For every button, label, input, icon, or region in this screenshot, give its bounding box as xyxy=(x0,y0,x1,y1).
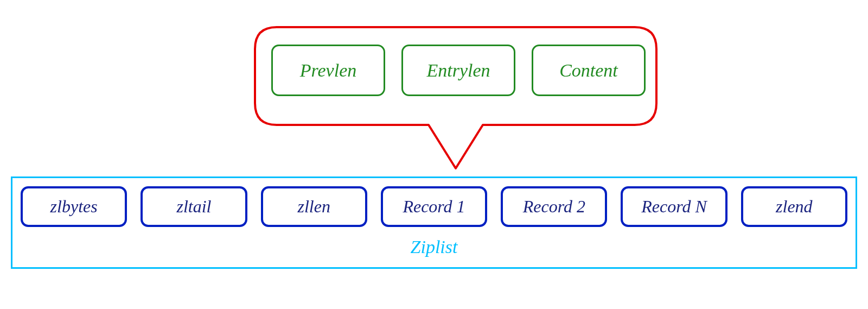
ziplist-item-label: zlbytes xyxy=(50,197,98,217)
ziplist-item-record-n: Record N xyxy=(621,186,727,227)
record-detail-callout: Prevlen Entrylen Content xyxy=(250,22,662,174)
callout-item-label: Entrylen xyxy=(426,60,490,81)
ziplist-item-label: zllen xyxy=(298,197,330,217)
ziplist-item-zlend: zlend xyxy=(741,186,847,227)
ziplist-item-zlbytes: zlbytes xyxy=(21,186,127,227)
callout-item-label: Content xyxy=(559,60,618,81)
ziplist-container: zlbytes zltail zllen Record 1 Record 2 R… xyxy=(11,176,857,269)
ziplist-item-label: zltail xyxy=(176,197,211,217)
ziplist-item-record-1: Record 1 xyxy=(381,186,487,227)
callout-item-label: Prevlen xyxy=(300,60,356,81)
ziplist-item-label: Record 1 xyxy=(403,197,465,217)
callout-item-content: Content xyxy=(532,45,646,96)
ziplist-item-label: Record 2 xyxy=(523,197,585,217)
ziplist-item-label: zlend xyxy=(776,197,813,217)
ziplist-item-zltail: zltail xyxy=(141,186,247,227)
callout-item-prevlen: Prevlen xyxy=(271,45,385,96)
ziplist-item-record-2: Record 2 xyxy=(501,186,607,227)
ziplist-item-zllen: zllen xyxy=(261,186,367,227)
ziplist-label: Ziplist xyxy=(21,237,847,257)
callout-item-entrylen: Entrylen xyxy=(401,45,515,96)
ziplist-item-label: Record N xyxy=(641,197,707,217)
callout-content-row: Prevlen Entrylen Content xyxy=(271,45,646,96)
ziplist-row: zlbytes zltail zllen Record 1 Record 2 R… xyxy=(21,186,847,227)
